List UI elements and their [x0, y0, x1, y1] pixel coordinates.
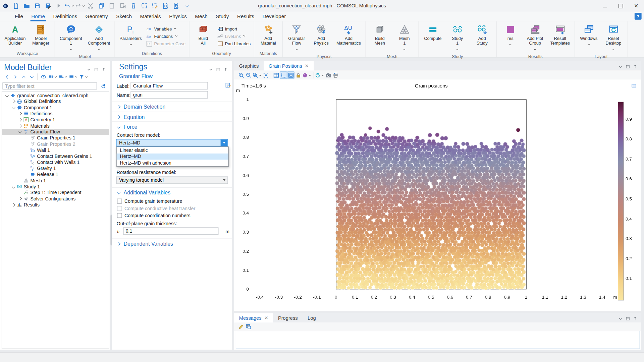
frame-toggle-button[interactable] — [287, 71, 294, 79]
messages-tab-progress[interactable]: Progress — [273, 313, 303, 322]
tree-item-grain-properties-1[interactable]: Grain Properties 1 — [2, 135, 109, 141]
ribbon-add-mathematics-button[interactable]: ΔUAdd Mathematics — [333, 22, 364, 53]
printer-button[interactable] — [332, 71, 339, 79]
show-all-button[interactable] — [40, 73, 47, 80]
pin-panel-icon[interactable] — [633, 315, 637, 322]
rename-icon[interactable] — [225, 82, 231, 90]
ribbon-add-material-button[interactable]: Add Material — [256, 22, 280, 50]
section-domain-selection[interactable]: Domain Selection — [112, 103, 232, 111]
color-ball-button[interactable] — [302, 71, 312, 79]
rotational-select[interactable]: Varying torque model — [116, 177, 228, 184]
help-button[interactable]: ? — [635, 13, 642, 20]
zoom-out-button[interactable] — [245, 71, 252, 79]
checkbox-compute-coordination-numbers[interactable]: Compute coordination numbers — [117, 213, 191, 218]
graphics-tab-graphics[interactable]: Graphics — [234, 61, 264, 70]
ribbon-result-templates-button[interactable]: Result Templates — [547, 22, 573, 53]
menu-results[interactable]: Results — [233, 12, 259, 20]
menu-file[interactable]: File — [11, 12, 27, 20]
menu-study[interactable]: Study — [212, 12, 233, 20]
menu-mesh[interactable]: Mesh — [191, 12, 212, 20]
tree-item-materials[interactable]: Materials — [2, 123, 109, 129]
collapse-tree-button[interactable] — [48, 73, 57, 80]
save-as-button[interactable] — [43, 1, 53, 10]
image-grid-button[interactable] — [272, 71, 280, 79]
arrow-up-button[interactable] — [20, 73, 27, 80]
refresh-filter-icon[interactable] — [101, 83, 106, 91]
ribbon-component-1-button[interactable]: ΩComponent 1 — [57, 22, 85, 53]
pin-panel-icon[interactable] — [223, 66, 228, 73]
name-field[interactable]: gran — [130, 91, 208, 99]
new-file-button[interactable] — [11, 1, 21, 10]
overflow-chevron-button[interactable] — [182, 1, 192, 10]
messages-content[interactable] — [236, 331, 640, 349]
menu-developer[interactable]: Developer — [258, 12, 290, 20]
open-file-button[interactable] — [22, 1, 32, 10]
ribbon-add-plot-group-button[interactable]: Add Plot Group — [523, 22, 547, 53]
tree-options-button[interactable] — [68, 73, 78, 80]
ribbon-res-button[interactable]: res — [498, 22, 523, 53]
find-doc-button[interactable] — [171, 1, 181, 10]
menu-materials[interactable]: Materials — [136, 12, 165, 20]
ribbon-granular-flow-button[interactable]: Granular Flow — [284, 22, 309, 53]
copy-table-button[interactable] — [245, 323, 252, 330]
tree-item-gravity-1[interactable]: DGravity 1 — [2, 165, 109, 171]
panel-menu-icon[interactable] — [618, 63, 623, 71]
pencil-button[interactable] — [237, 323, 245, 330]
redo-button[interactable] — [75, 1, 85, 10]
ribbon-build-all-button[interactable]: Build All — [191, 22, 215, 50]
cut-button[interactable] — [86, 1, 96, 10]
copy-button[interactable] — [97, 1, 106, 10]
arrow-down-button[interactable] — [28, 73, 35, 80]
tree-item-granular-flow[interactable]: Granular Flow — [2, 129, 109, 135]
zoom-extents-button[interactable] — [262, 71, 269, 79]
messages-tab-messages[interactable]: Messages✕ — [234, 313, 273, 322]
label-field[interactable]: Granular Flow — [130, 82, 208, 89]
zoom-select-button[interactable] — [252, 71, 262, 79]
thickness-input[interactable]: 0.1 — [123, 227, 218, 235]
close-button[interactable]: ✕ — [628, 0, 644, 11]
ribbon-add-component-button[interactable]: Add Component — [85, 22, 113, 53]
minimize-button[interactable] — [597, 0, 613, 11]
menu-home[interactable]: Home — [27, 12, 49, 20]
ribbon-variables-button[interactable]: a=Variables — [146, 26, 185, 32]
tree-item-definitions[interactable]: Definitions — [2, 111, 109, 117]
ribbon-build-mesh-button[interactable]: Build Mesh — [368, 22, 392, 53]
tree-item-global-definitions[interactable]: Global Definitions — [2, 99, 109, 105]
refresh-plot-button[interactable] — [315, 71, 324, 79]
ribbon-functions-button[interactable]: f(x)Functions — [146, 33, 185, 39]
tree-item-step-1-time-dependent[interactable]: Step 1: Time Dependent — [2, 189, 109, 195]
ribbon-parameters-button[interactable]: PiParameters — [117, 22, 145, 50]
tree-filter-input[interactable]: Type filter text — [2, 82, 97, 89]
tree-item-mesh-1[interactable]: Mesh 1 — [2, 177, 109, 183]
section-force[interactable]: Force — [112, 123, 232, 131]
dropdown-option-linear-elastic[interactable]: Linear elastic — [117, 147, 228, 153]
dropdown-option-hertz–md[interactable]: Hertz–MD — [117, 153, 228, 160]
tree-item-results[interactable]: Results — [2, 202, 109, 208]
expand-tree-button[interactable] — [58, 73, 68, 80]
ribbon-add-physics-button[interactable]: Add Physics — [309, 22, 333, 53]
panel-menu-icon[interactable] — [87, 66, 91, 73]
duplicate-button[interactable] — [118, 1, 127, 10]
find-in-doc-button[interactable] — [161, 1, 170, 10]
ribbon-reset-desktop-button[interactable]: Reset Desktop — [601, 22, 626, 53]
chevron-down-icon[interactable] — [221, 139, 228, 146]
ribbon-compute-button[interactable]: Compute — [420, 22, 445, 53]
float-panel-icon[interactable] — [626, 315, 630, 322]
zoom-in-button[interactable] — [237, 71, 245, 79]
menu-sketch[interactable]: Sketch — [112, 12, 136, 20]
tree-item-contact-with-walls-1[interactable]: DContact with Walls 1 — [2, 159, 109, 165]
chevron-down-icon[interactable] — [221, 177, 228, 184]
menu-geometry[interactable]: Geometry — [81, 12, 112, 20]
tree-item-study-1[interactable]: Study 1 — [2, 183, 109, 189]
plot-corner-icon[interactable] — [631, 82, 637, 90]
float-panel-icon[interactable] — [626, 63, 630, 71]
tree-item-release-1[interactable]: Release 1 — [2, 171, 109, 177]
dropdown-option-hertz–md-with-adhesion[interactable]: Hertz–MD with adhesion — [117, 160, 228, 166]
run-button[interactable] — [54, 1, 63, 10]
delete-button[interactable] — [128, 1, 138, 10]
float-panel-icon[interactable] — [94, 66, 98, 73]
filter-button[interactable] — [79, 73, 88, 80]
panel-menu-icon[interactable] — [209, 66, 213, 73]
ribbon-windows-button[interactable]: Windows — [577, 22, 601, 53]
select-brush-button[interactable] — [150, 1, 160, 10]
